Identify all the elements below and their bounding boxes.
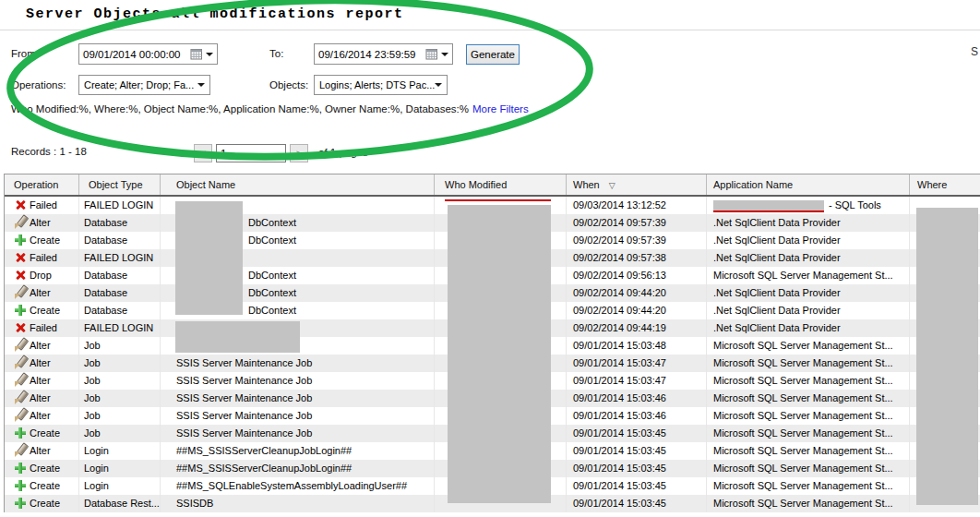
object-type-cell: FAILED LOGIN bbox=[79, 319, 161, 337]
next-page-button[interactable]: > bbox=[290, 144, 308, 162]
when-cell: 09/02/2014 09:57:39 bbox=[567, 214, 707, 232]
chevron-down-icon bbox=[435, 83, 442, 87]
object-name-cell: SSIS Server Maintenance Job bbox=[161, 372, 435, 390]
application-name-cell: Microsoft SQL Server Management St... bbox=[707, 460, 910, 477]
column-header-application-name[interactable]: Application Name bbox=[707, 174, 910, 195]
create-plus-icon bbox=[14, 234, 27, 246]
application-name-cell: Microsoft SQL Server Management St... bbox=[707, 407, 910, 425]
object-type-cell: Database bbox=[79, 284, 161, 302]
more-filters-link[interactable]: More Filters bbox=[472, 103, 529, 114]
object-name-cell: ##MS_SSISServerCleanupJobLogin## bbox=[161, 442, 435, 460]
column-header-object-type[interactable]: Object Type bbox=[79, 174, 161, 195]
application-name-cell: Microsoft SQL Server Management St... bbox=[707, 495, 910, 512]
when-cell: 09/01/2014 15:03:47 bbox=[567, 355, 707, 372]
when-cell: 09/02/2014 09:57:39 bbox=[567, 232, 707, 249]
alter-pencil-icon bbox=[14, 216, 27, 229]
filter-summary-text: Who Modified:%, Where:%, Object Name:%, … bbox=[11, 103, 469, 114]
redaction-box bbox=[175, 201, 243, 315]
object-type-cell: Job bbox=[79, 425, 161, 442]
operations-label: Operations: bbox=[11, 79, 66, 90]
application-name-cell: .Net SqlClient Data Provider bbox=[707, 249, 910, 267]
alter-pencil-icon bbox=[14, 409, 27, 422]
application-name-cell: - SQL Tools bbox=[707, 197, 910, 214]
create-plus-icon bbox=[14, 497, 27, 510]
when-cell: 09/02/2014 09:57:38 bbox=[567, 249, 707, 267]
redaction-box bbox=[175, 321, 300, 353]
alter-pencil-icon bbox=[14, 286, 27, 299]
previous-page-button[interactable]: < bbox=[194, 144, 212, 162]
object-type-cell: FAILED LOGIN bbox=[79, 249, 161, 267]
when-cell: 09/01/2014 15:03:45 bbox=[567, 460, 707, 477]
calendar-icon[interactable] bbox=[425, 48, 438, 60]
object-type-cell: Login bbox=[79, 477, 161, 495]
create-plus-icon bbox=[14, 462, 27, 475]
when-cell: 09/01/2014 15:03:48 bbox=[567, 337, 707, 355]
object-name-cell: SSISDB bbox=[161, 495, 435, 512]
when-cell: 09/02/2014 09:44:20 bbox=[567, 284, 707, 302]
redaction-box bbox=[916, 208, 978, 505]
object-type-cell: Job bbox=[79, 390, 161, 407]
total-pages-label: of 1 pages bbox=[318, 147, 368, 158]
from-datetime-input[interactable] bbox=[83, 49, 187, 60]
redaction-underline bbox=[445, 199, 551, 201]
application-name-cell: .Net SqlClient Data Provider bbox=[707, 214, 910, 232]
to-datetime-picker[interactable] bbox=[314, 43, 453, 65]
page-title: Server Objects all modifications report bbox=[26, 6, 404, 22]
table-header-row: Operation Object Type Object Name Who Mo… bbox=[5, 174, 980, 197]
to-datetime-input[interactable] bbox=[318, 49, 423, 60]
object-type-cell: Job bbox=[79, 407, 161, 425]
object-name-cell: SSIS Server Maintenance Job bbox=[161, 407, 435, 425]
object-type-cell: Database bbox=[79, 214, 161, 232]
when-cell: 09/02/2014 09:56:13 bbox=[567, 267, 707, 284]
generate-button[interactable]: Generate bbox=[466, 44, 520, 65]
when-cell: 09/03/2014 13:12:52 bbox=[567, 197, 707, 214]
records-count-label: Records : 1 - 18 bbox=[11, 146, 87, 157]
object-type-cell: Job bbox=[79, 372, 161, 390]
column-header-operation[interactable]: Operation bbox=[5, 174, 79, 195]
object-type-cell: Database bbox=[79, 302, 161, 319]
report-window: Server Objects all modifications report … bbox=[0, 0, 980, 517]
application-name-cell: .Net SqlClient Data Provider bbox=[707, 284, 910, 302]
create-plus-icon bbox=[14, 304, 27, 317]
create-plus-icon bbox=[14, 427, 27, 439]
object-type-cell: FAILED LOGIN bbox=[79, 197, 161, 214]
operations-dropdown-value: Create; Alter; Drop; Fa... bbox=[84, 79, 197, 90]
column-header-where[interactable]: Where bbox=[910, 174, 980, 195]
application-name-cell: .Net SqlClient Data Provider bbox=[707, 232, 910, 249]
when-cell: 09/01/2014 15:03:45 bbox=[567, 495, 707, 512]
to-label: To: bbox=[269, 48, 283, 59]
redaction-box bbox=[713, 200, 824, 212]
alter-pencil-icon bbox=[14, 391, 27, 404]
when-cell: 09/01/2014 15:03:46 bbox=[567, 407, 707, 425]
title-divider bbox=[0, 30, 980, 30]
object-type-cell: Job bbox=[79, 337, 161, 355]
when-cell: 09/02/2014 09:44:19 bbox=[567, 319, 707, 337]
chevron-down-icon[interactable] bbox=[206, 53, 213, 56]
column-header-when[interactable]: When▽ bbox=[567, 174, 707, 195]
application-name-cell: Microsoft SQL Server Management St... bbox=[707, 425, 910, 442]
operations-dropdown[interactable]: Create; Alter; Drop; Fa... bbox=[78, 75, 210, 95]
column-header-object-name[interactable]: Object Name bbox=[161, 174, 435, 195]
calendar-icon[interactable] bbox=[190, 48, 203, 60]
object-type-cell: Database bbox=[79, 232, 161, 249]
application-name-cell: Microsoft SQL Server Management St... bbox=[707, 442, 910, 460]
when-cell: 09/01/2014 15:03:45 bbox=[567, 442, 707, 460]
chevron-down-icon[interactable] bbox=[441, 53, 448, 56]
when-cell: 09/01/2014 15:03:47 bbox=[567, 372, 707, 390]
column-header-who-modified[interactable]: Who Modified bbox=[435, 174, 567, 195]
when-cell: 09/01/2014 15:03:46 bbox=[567, 390, 707, 407]
object-name-cell: SSIS Server Maintenance Job bbox=[161, 425, 435, 442]
when-cell: 09/01/2014 15:03:45 bbox=[567, 425, 707, 442]
failed-x-icon bbox=[14, 198, 27, 211]
redaction-box bbox=[448, 205, 551, 503]
when-cell: 09/01/2014 15:03:45 bbox=[567, 477, 707, 495]
objects-dropdown[interactable]: Logins; Alerts; DTS Pac... bbox=[314, 75, 448, 95]
create-plus-icon bbox=[14, 479, 27, 492]
object-name-cell: SSIS Server Maintenance Job bbox=[161, 355, 435, 372]
object-type-cell: Database Rest... bbox=[79, 495, 161, 512]
from-datetime-picker[interactable] bbox=[78, 43, 218, 65]
page-number-input[interactable] bbox=[216, 144, 286, 162]
object-name-cell: SSIS Server Maintenance Job bbox=[161, 390, 435, 407]
objects-dropdown-value: Logins; Alerts; DTS Pac... bbox=[319, 79, 435, 90]
object-name-cell: ##MS_SQLEnableSystemAssemblyLoadingUser#… bbox=[161, 477, 435, 495]
